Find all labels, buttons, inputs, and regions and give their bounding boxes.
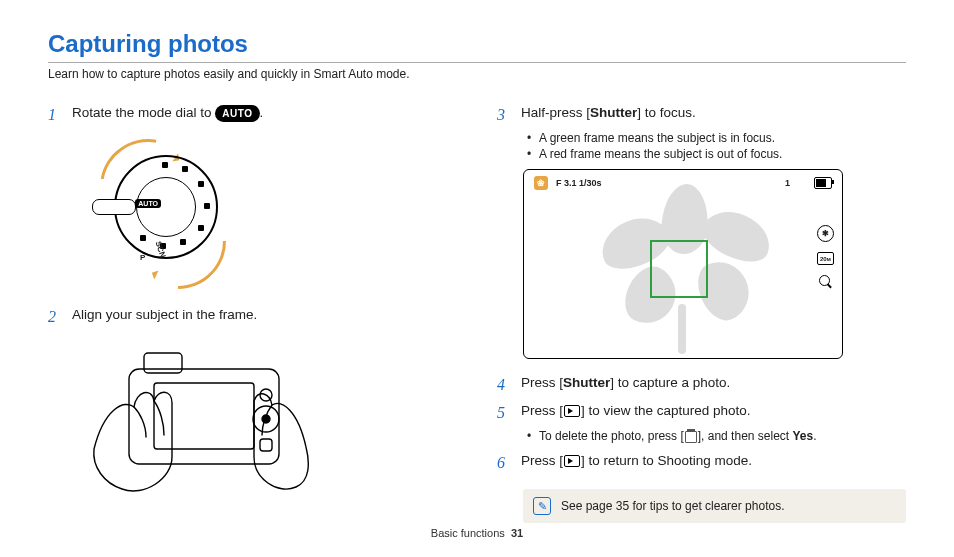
battery-icon xyxy=(814,177,832,189)
step-1-post: . xyxy=(260,105,264,120)
shutter-bold: Shutter xyxy=(590,105,637,120)
step-5-bullets: To delete the photo, press [], and then … xyxy=(527,429,906,443)
title-rule xyxy=(48,62,906,63)
step-number: 6 xyxy=(497,451,511,475)
step-2: 2 Align your subject in the frame. xyxy=(48,305,457,329)
footer-section: Basic functions xyxy=(431,527,505,539)
svg-rect-2 xyxy=(144,353,182,373)
step-5-pre: Press [ xyxy=(521,403,563,418)
step-3: 3 Half-press [Shutter] to focus. xyxy=(497,103,906,127)
osd-right-icons: ✱ 20м xyxy=(817,225,834,289)
camera-hold-figure xyxy=(74,339,324,509)
step-number: 1 xyxy=(48,103,62,127)
note-icon: ✎ xyxy=(533,497,551,515)
shutter-bold: Shutter xyxy=(563,375,610,390)
note-text: See page 35 for tips to get clearer phot… xyxy=(561,499,784,513)
right-column: 3 Half-press [Shutter] to focus. A green… xyxy=(497,99,906,527)
step-number: 5 xyxy=(497,401,511,425)
flower-stem-icon xyxy=(678,304,686,354)
step-number: 3 xyxy=(497,103,511,127)
step-1-pre: Rotate the mode dial to xyxy=(72,105,215,120)
page-footer: Basic functions 31 xyxy=(0,527,954,539)
step-3-pre: Half-press [ xyxy=(521,105,590,120)
two-column-layout: 1 Rotate the mode dial to AUTO. xyxy=(48,99,906,527)
bullet-delete: To delete the photo, press [], and then … xyxy=(527,429,906,443)
dial-auto-label: AUTO xyxy=(135,199,161,208)
svg-rect-1 xyxy=(154,383,254,449)
bullet-green-frame: A green frame means the subject is in fo… xyxy=(527,131,906,145)
step-number: 4 xyxy=(497,373,511,397)
camera-illustration-icon xyxy=(74,339,324,509)
step-1: 1 Rotate the mode dial to AUTO. xyxy=(48,103,457,127)
auto-badge-icon: AUTO xyxy=(215,105,259,122)
step-text: Press [] to return to Shooting mode. xyxy=(521,451,752,475)
step-4: 4 Press [Shutter] to capture a photo. xyxy=(497,373,906,397)
step-text: Half-press [Shutter] to focus. xyxy=(521,103,696,127)
lcd-preview-figure: ❀ F 3.1 1/30s 1 ✱ xyxy=(523,169,843,359)
page-title: Capturing photos xyxy=(48,30,906,58)
image-size-icon: 20м xyxy=(817,252,834,265)
step-number: 2 xyxy=(48,305,62,329)
trash-icon xyxy=(685,431,697,443)
step-6-pre: Press [ xyxy=(521,453,563,468)
tip-note: ✎ See page 35 for tips to get clearer ph… xyxy=(523,489,906,523)
step-3-bullets: A green frame means the subject is in fo… xyxy=(527,131,906,161)
step-4-pre: Press [ xyxy=(521,375,563,390)
lcd-scene xyxy=(552,178,808,350)
svg-rect-6 xyxy=(260,439,272,451)
step-5-sub-post: . xyxy=(813,429,816,443)
step-6: 6 Press [] to return to Shooting mode. xyxy=(497,451,906,475)
focus-frame-icon xyxy=(650,240,708,298)
zoom-magnifier-icon xyxy=(819,275,833,289)
playback-button-icon xyxy=(564,405,580,417)
step-text: Align your subject in the frame. xyxy=(72,305,257,329)
step-text: Press [Shutter] to capture a photo. xyxy=(521,373,730,397)
step-text: Press [] to view the captured photo. xyxy=(521,401,751,425)
bullet-red-frame: A red frame means the subject is out of … xyxy=(527,147,906,161)
step-5-sub-pre: To delete the photo, press [ xyxy=(539,429,684,443)
manual-page: Capturing photos Learn how to capture ph… xyxy=(0,0,954,557)
dial-pointer-icon: AUTO xyxy=(92,199,136,215)
step-5-sub-mid: ], and then select xyxy=(698,429,793,443)
step-6-post: ] to return to Shooting mode. xyxy=(581,453,752,468)
step-5: 5 Press [] to view the captured photo. xyxy=(497,401,906,425)
macro-mode-icon: ❀ xyxy=(534,176,548,190)
step-3-post: ] to focus. xyxy=(637,105,696,120)
step-4-post: ] to capture a photo. xyxy=(610,375,730,390)
playback-button-icon xyxy=(564,455,580,467)
page-subtitle: Learn how to capture photos easily and q… xyxy=(48,67,906,81)
dial-mode-label: P xyxy=(140,253,145,262)
left-column: 1 Rotate the mode dial to AUTO. xyxy=(48,99,457,527)
step-5-post: ] to view the captured photo. xyxy=(581,403,751,418)
footer-page-number: 31 xyxy=(511,527,523,539)
step-text: Rotate the mode dial to AUTO. xyxy=(72,103,263,127)
mode-dial-figure: AUTO SCN P xyxy=(74,137,457,287)
yes-bold: Yes xyxy=(793,429,814,443)
flash-mode-icon: ✱ xyxy=(817,225,834,242)
